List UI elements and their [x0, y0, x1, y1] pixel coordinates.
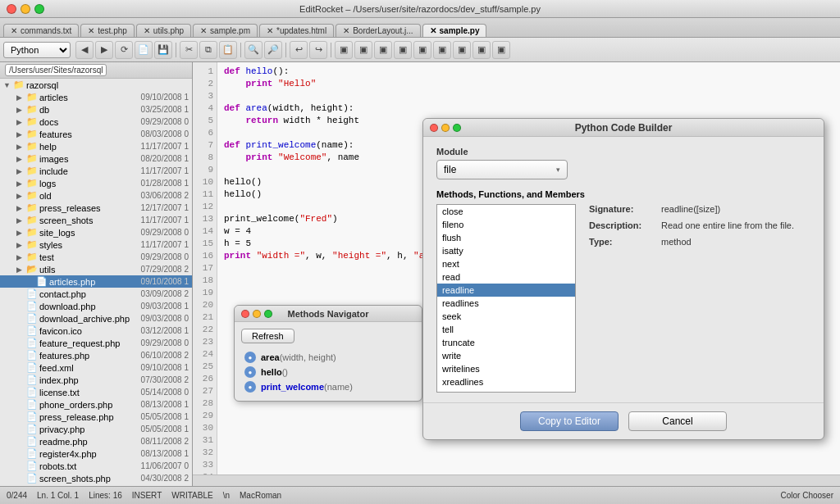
toolbar-btn-find[interactable]: 🔍 [244, 41, 262, 59]
sidebar-item-features-php[interactable]: 📄 features.php 06/10/2008 2 [0, 349, 192, 361]
popup-minimize-button[interactable] [253, 310, 261, 318]
sidebar-item-press-releases[interactable]: ▶ 📁 press_releases 12/17/2007 1 [0, 202, 192, 214]
mlist-item-seek[interactable]: seek [437, 310, 575, 323]
sidebar-item-utils[interactable]: ▶ 📂 utils 07/29/2008 2 [0, 263, 192, 275]
tab-sample-py[interactable]: ✕ sample.py [422, 24, 487, 37]
language-select[interactable]: Python PHP JavaScript [3, 42, 71, 58]
tab-test-php[interactable]: ✕ test.php [80, 24, 135, 37]
cancel-button[interactable]: Cancel [628, 411, 727, 431]
sidebar-item-index-php[interactable]: 📄 index.php 07/30/2008 2 [0, 374, 192, 386]
tab-borderlayout[interactable]: ✕ BorderLayout.j... [336, 24, 420, 37]
toolbar-btn-e[interactable]: ▣ [413, 41, 431, 59]
toolbar-btn-a[interactable]: ▣ [335, 41, 353, 59]
builder-maximize-button[interactable] [453, 124, 461, 132]
sidebar-item-styles[interactable]: ▶ 📁 styles 11/17/2007 1 [0, 238, 192, 251]
language-selector[interactable]: Python PHP JavaScript [3, 42, 71, 58]
mlist-item-write[interactable]: write [437, 349, 575, 362]
window-controls[interactable] [7, 4, 44, 14]
sidebar-item-include[interactable]: ▶ 📁 include 11/17/2007 1 [0, 165, 192, 177]
sidebar-item-logs[interactable]: ▶ 📁 logs 01/28/2008 1 [0, 177, 192, 189]
sidebar-item-help[interactable]: ▶ 📁 help 11/17/2007 1 [0, 140, 192, 152]
sidebar-item-press-release-php[interactable]: 📄 press_release.php 05/05/2008 1 [0, 411, 192, 423]
sidebar-item-download-php[interactable]: 📄 download.php 09/03/2008 1 [0, 300, 192, 312]
sidebar-item-readme-php[interactable]: 📄 readme.php 08/11/2008 2 [0, 435, 192, 447]
builder-close-button[interactable] [430, 124, 438, 132]
toolbar-btn-i[interactable]: ▣ [492, 41, 510, 59]
toolbar-btn-1[interactable]: ◀ [75, 41, 94, 59]
mlist-item-readlines[interactable]: readlines [437, 297, 575, 310]
sidebar-item-features[interactable]: ▶ 📁 features 08/03/2008 0 [0, 128, 192, 140]
horizontal-scrollbar[interactable] [193, 474, 840, 486]
toolbar-btn-2[interactable]: ▶ [95, 41, 113, 59]
mlist-item-flush[interactable]: flush [437, 231, 575, 244]
sidebar-item-screen-shots[interactable]: ▶ 📁 screen_shots 11/17/2007 1 [0, 214, 192, 226]
toolbar-btn-copy[interactable]: ⧉ [199, 41, 217, 59]
sidebar-item-screen-shots-php[interactable]: 📄 screen_shots.php 04/30/2008 2 [0, 472, 192, 484]
sidebar-item-old[interactable]: ▶ 📁 old 03/06/2008 2 [0, 189, 192, 202]
sidebar-item-privacy-php[interactable]: 📄 privacy.php 05/05/2008 1 [0, 423, 192, 435]
folder-icon: 📁 [26, 227, 38, 238]
sidebar-item-docs[interactable]: ▶ 📁 docs 09/29/2008 0 [0, 116, 192, 128]
builder-minimize-button[interactable] [441, 124, 450, 132]
tab-updates-html[interactable]: ✕ *updates.html [259, 24, 334, 37]
minimize-button[interactable] [21, 4, 30, 14]
sidebar-item-db[interactable]: ▶ 📁 db 03/25/2008 1 [0, 103, 192, 116]
sidebar-tree[interactable]: ▼ 📁 razorsql ▶ 📁 articles 09/10/2008 1 ▶… [0, 79, 192, 486]
sidebar-item-feed-xml[interactable]: 📄 feed.xml 09/10/2008 1 [0, 361, 192, 374]
toolbar-btn-g[interactable]: ▣ [453, 41, 471, 59]
mlist-item-next[interactable]: next [437, 257, 575, 270]
toolbar-btn-undo[interactable]: ↩ [290, 41, 308, 59]
mlist-item-isatty[interactable]: isatty [437, 244, 575, 257]
mlist-item-fileno[interactable]: fileno [437, 218, 575, 231]
sidebar-item-register4x-php[interactable]: 📄 register4x.php 08/13/2008 1 [0, 447, 192, 460]
module-select[interactable]: file ▾ [436, 160, 568, 179]
toolbar-btn-c[interactable]: ▣ [374, 41, 392, 59]
toolbar-btn-zoom[interactable]: 🔎 [264, 41, 282, 59]
method-item-hello[interactable]: ● hello() [241, 365, 415, 379]
popup-maximize-button[interactable] [264, 310, 272, 318]
tab-commands-txt[interactable]: ✕ commands.txt [3, 24, 79, 37]
popup-window-controls[interactable] [241, 310, 272, 318]
sidebar-item-robots-txt[interactable]: 📄 robots.txt 11/06/2007 0 [0, 460, 192, 472]
mlist-item-close[interactable]: close [437, 205, 575, 218]
toolbar-btn-d[interactable]: ▣ [394, 41, 412, 59]
mlist-item-truncate[interactable]: truncate [437, 336, 575, 349]
toolbar-btn-paste[interactable]: 📋 [219, 41, 237, 59]
sidebar-item-test[interactable]: ▶ 📁 test 09/29/2008 0 [0, 251, 192, 263]
refresh-button[interactable]: Refresh [241, 329, 294, 343]
maximize-button[interactable] [34, 4, 44, 14]
mlist-item-writelines[interactable]: writelines [437, 362, 575, 375]
popup-close-button[interactable] [241, 310, 249, 318]
sidebar-item-download-archive-php[interactable]: 📄 download_archive.php 09/03/2008 0 [0, 312, 192, 325]
sidebar-item-license-txt[interactable]: 📄 license.txt 05/14/2008 0 [0, 386, 192, 398]
sidebar-item-articles-php[interactable]: 📄 articles.php 09/10/2008 1 [0, 275, 192, 288]
sidebar-item-contact-php[interactable]: 📄 contact.php 03/09/2008 2 [0, 288, 192, 300]
sidebar-item-images[interactable]: ▶ 📁 images 08/20/2008 1 [0, 152, 192, 165]
method-item-area[interactable]: ● area(width, height) [241, 350, 415, 365]
toolbar-btn-b[interactable]: ▣ [354, 41, 372, 59]
sidebar-item-feature-request-php[interactable]: 📄 feature_request.php 09/29/2008 0 [0, 337, 192, 349]
methods-list-box[interactable]: close fileno flush isatty next read read… [436, 204, 576, 393]
toolbar-btn-new[interactable]: 📄 [135, 41, 153, 59]
toolbar-btn-f[interactable]: ▣ [433, 41, 451, 59]
mlist-item-xreadlines[interactable]: xreadlines [437, 375, 575, 388]
tab-sample-pm[interactable]: ✕ sample.pm [193, 24, 258, 37]
toolbar-btn-redo[interactable]: ↪ [309, 41, 327, 59]
toolbar-btn-refresh[interactable]: ⟳ [115, 41, 133, 59]
sidebar-item-site-logs[interactable]: ▶ 📁 site_logs 09/29/2008 0 [0, 226, 192, 238]
tab-utils-php[interactable]: ✕ utils.php [136, 24, 191, 37]
mlist-item-readline[interactable]: readline [437, 284, 575, 297]
builder-window-controls[interactable] [430, 124, 461, 132]
sidebar-item-favicon-ico[interactable]: 📄 favicon.ico 03/12/2008 1 [0, 325, 192, 337]
mlist-item-tell[interactable]: tell [437, 323, 575, 336]
sidebar-item-razorsql[interactable]: ▼ 📁 razorsql [0, 79, 192, 91]
mlist-item-read[interactable]: read [437, 270, 575, 284]
toolbar-btn-save[interactable]: 💾 [154, 41, 172, 59]
sidebar-item-articles[interactable]: ▶ 📁 articles 09/10/2008 1 [0, 91, 192, 103]
toolbar-btn-cut[interactable]: ✂ [180, 41, 198, 59]
method-item-print-welcome[interactable]: ● print_welcome(name) [241, 379, 415, 394]
toolbar-btn-h[interactable]: ▣ [472, 41, 491, 59]
sidebar-item-phone-orders-php[interactable]: 📄 phone_orders.php 08/13/2008 1 [0, 398, 192, 411]
close-button[interactable] [7, 4, 16, 14]
copy-to-editor-button[interactable]: Copy to Editor [520, 411, 619, 431]
